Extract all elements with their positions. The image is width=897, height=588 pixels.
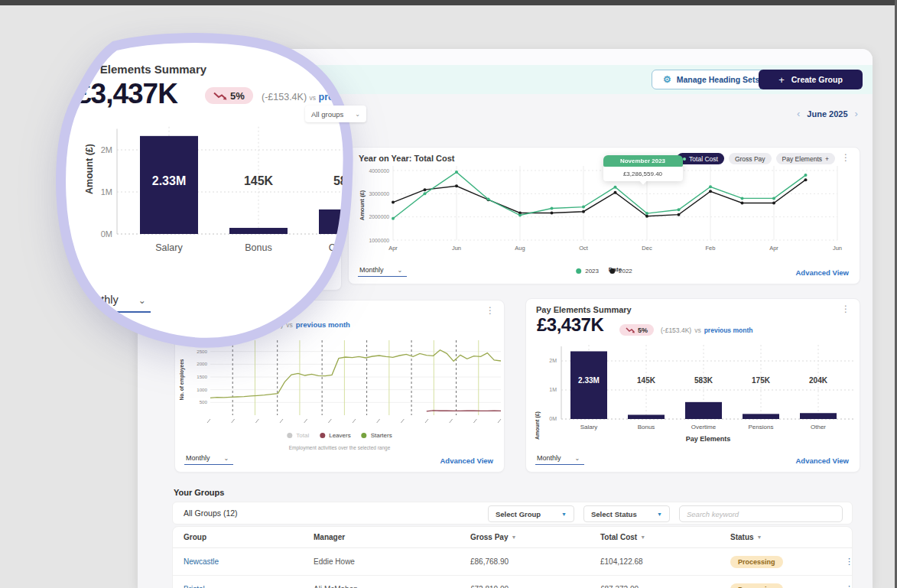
caret-down-icon: ▼ [561, 512, 567, 517]
advanced-view-link[interactable]: Advanced View [795, 456, 849, 465]
svg-text:Jun: Jun [833, 245, 842, 252]
legend-item: Leavers [320, 432, 350, 439]
your-groups-title: Your Groups [174, 488, 224, 497]
kebab-menu-icon[interactable]: ⋮ [841, 304, 850, 313]
svg-text:1500: 1500 [197, 374, 207, 379]
legend-dot-icon [362, 433, 367, 438]
legend-dot-icon [287, 433, 292, 438]
legend-item: Starters [362, 432, 392, 439]
svg-text:2.33M: 2.33M [578, 376, 600, 385]
svg-text:Jun: Jun [452, 245, 461, 252]
svg-text:204K: 204K [809, 376, 828, 385]
status-cell: Processing [730, 556, 845, 568]
monthly-dropdown[interactable]: Monthly ⌄ [535, 454, 584, 465]
svg-text:2M: 2M [549, 358, 557, 363]
screenshot-frame: ⚙ Manage Heading Sets + Create Group ‹ J… [0, 0, 897, 588]
svg-text:Bonus: Bonus [638, 424, 655, 430]
select-group-dropdown[interactable]: Select Group ▼ [488, 505, 574, 522]
chart-legend: TotalLeaversStarters [287, 432, 392, 439]
row-kebab-menu-icon[interactable]: ⋮ [845, 584, 853, 588]
magnifier-ring [54, 35, 359, 350]
gear-icon: ⚙ [663, 74, 671, 85]
svg-text:500: 500 [200, 399, 208, 404]
select-status-label: Select Status [591, 510, 637, 518]
manage-heading-sets-button[interactable]: ⚙ Manage Heading Sets [652, 70, 771, 89]
card-title: Pay Elements Summary [536, 305, 632, 314]
current-month-label: June 2025 [807, 109, 847, 119]
table-row: BristolAli McMahon£72,810.00£87,372.00Pr… [173, 576, 852, 588]
next-month-chevron[interactable]: › [855, 108, 858, 119]
advanced-view-link[interactable]: Advanced View [440, 456, 493, 465]
svg-text:145K: 145K [637, 376, 656, 385]
total-cost-cell: £104,122.68 [600, 557, 730, 566]
select-status-dropdown[interactable]: Select Status ▼ [583, 505, 670, 522]
svg-text:1000000: 1000000 [369, 238, 390, 243]
legend-label: Starters [371, 432, 392, 439]
kebab-menu-icon[interactable]: ⋮ [486, 306, 495, 315]
prev-month-chevron[interactable]: ‹ [797, 108, 800, 119]
column-header-status[interactable]: Status ▼ [730, 533, 845, 541]
create-group-button[interactable]: + Create Group [759, 70, 863, 89]
group-link[interactable]: Bristol [184, 585, 314, 588]
legend-dot-icon [320, 433, 325, 438]
magnifier-callout: Pay Elements Summary £3,437K 5% (-£153.4… [54, 35, 359, 350]
gross-pay-cell: £72,810.00 [470, 585, 600, 588]
all-groups-dropdown[interactable]: All groups ⌄ [305, 106, 366, 122]
svg-text:3000000: 3000000 [369, 191, 390, 197]
svg-text:2000: 2000 [197, 361, 207, 366]
row-kebab-menu-icon[interactable]: ⋮ [845, 557, 853, 567]
svg-text:175K: 175K [752, 376, 771, 385]
svg-text:0M: 0M [549, 416, 557, 421]
all-groups-label: All groups [311, 110, 343, 119]
legend-label: Total [296, 432, 309, 439]
chart-tooltip: November 2023 £3,286,559.40 [603, 155, 683, 181]
svg-text:1000: 1000 [197, 387, 207, 392]
svg-text:Apr: Apr [388, 245, 398, 252]
groups-table: Group Manager Gross Pay ▼ Total Cost ▼ S… [172, 526, 853, 588]
svg-text:2000000: 2000000 [369, 214, 390, 219]
chevron-down-icon: ⌄ [575, 455, 580, 462]
monthly-label: Monthly [186, 454, 210, 462]
chevron-down-icon: ⌄ [355, 111, 360, 118]
monthly-dropdown[interactable]: Monthly ⌄ [184, 454, 233, 465]
svg-text:Oct: Oct [579, 245, 589, 252]
status-badge: Processing [730, 556, 783, 568]
column-header-manager[interactable]: Manager [314, 533, 470, 541]
plus-icon: + [778, 74, 785, 86]
sort-caret-icon: ▼ [511, 534, 516, 540]
search-input[interactable] [679, 505, 843, 522]
advanced-view-link[interactable]: Advanced View [795, 268, 849, 277]
chevron-down-icon: ⌄ [398, 267, 403, 274]
manager-cell: Eddie Howe [314, 557, 470, 566]
legend-item: Total [287, 432, 309, 439]
card-footer: Monthly ⌄ Advanced View [535, 454, 849, 465]
svg-text:Dec: Dec [642, 245, 652, 252]
all-groups-count: All Groups (12) [184, 508, 238, 518]
svg-text:1M: 1M [549, 387, 557, 392]
card-footer: Monthly ⌄ Advanced View [358, 266, 849, 277]
group-link[interactable]: Newcastle [184, 557, 314, 566]
table-row: NewcastleEddie Howe£86,768.90£104,122.68… [173, 548, 852, 576]
total-cost-cell: £87,372.00 [600, 585, 730, 588]
svg-text:Feb: Feb [706, 245, 716, 252]
svg-text:Aug: Aug [515, 245, 525, 252]
column-header-gross-pay[interactable]: Gross Pay ▼ [470, 533, 600, 541]
groups-filter-bar: All Groups (12) Select Group ▼ Select St… [172, 502, 853, 525]
svg-text:Other: Other [811, 424, 826, 430]
table-header-row: Group Manager Gross Pay ▼ Total Cost ▼ S… [173, 527, 852, 548]
create-group-label: Create Group [791, 75, 843, 84]
chevron-down-icon: ⌄ [224, 455, 229, 462]
manage-heading-sets-label: Manage Heading Sets [677, 75, 760, 84]
monthly-dropdown[interactable]: Monthly ⌄ [358, 266, 407, 277]
pay-elements-bar-chart: 0M1M2M2.33MSalary145KBonus583KOvertime17… [531, 329, 860, 445]
svg-text:583K: 583K [694, 376, 713, 385]
sort-caret-icon: ▼ [757, 534, 762, 540]
svg-text:Salary: Salary [580, 424, 598, 430]
svg-text:Amount (£): Amount (£) [359, 190, 366, 220]
column-header-total-cost[interactable]: Total Cost ▼ [600, 533, 730, 541]
gross-pay-cell: £86,768.90 [470, 557, 600, 566]
year-on-year-card: Year on Year: Total Cost Total CostGross… [348, 147, 860, 284]
column-header-group[interactable]: Group [184, 533, 314, 541]
monthly-label: Monthly [537, 454, 561, 462]
caret-down-icon: ▼ [657, 512, 662, 517]
